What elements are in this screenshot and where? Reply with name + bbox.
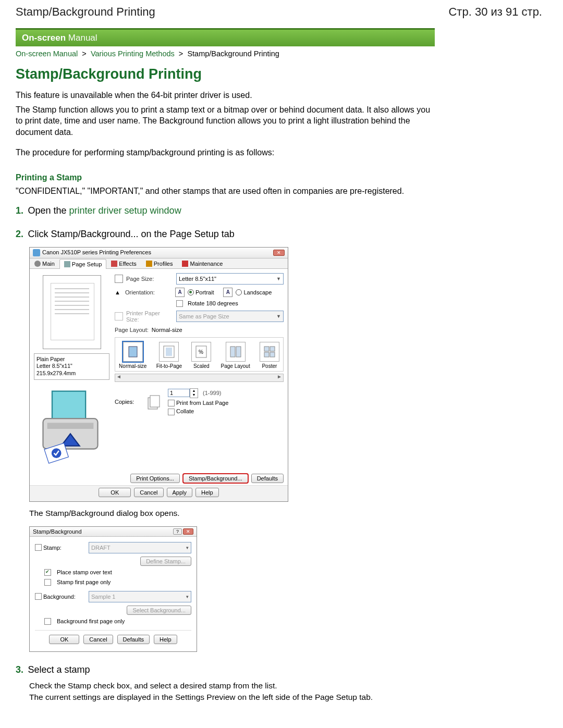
breadcrumb: On-screen Manual > Various Printing Meth… bbox=[16, 50, 433, 58]
paper-info: Plain Paper Letter 8.5"x11" 215.9x279.4m… bbox=[34, 353, 109, 380]
window-icon bbox=[33, 249, 40, 256]
doc-header-right: Стр. 30 из 91 стр. bbox=[448, 5, 542, 19]
stamp-first-page-checkbox[interactable] bbox=[44, 579, 51, 586]
background-checkbox[interactable] bbox=[35, 593, 42, 600]
step-1-text-pre: Open the bbox=[28, 205, 69, 216]
intro-2: The Stamp function allows you to print a… bbox=[16, 104, 433, 138]
page-layout-value: Normal-size bbox=[152, 327, 182, 333]
ok-button[interactable]: OK bbox=[49, 635, 79, 644]
svg-rect-13 bbox=[270, 347, 275, 351]
step-2-after: The Stamp/Background dialog box opens. bbox=[29, 508, 433, 519]
tab-page-icon bbox=[64, 261, 70, 267]
svg-rect-7 bbox=[166, 348, 172, 356]
step-3-text: Select a stamp bbox=[28, 664, 90, 675]
tab-effects[interactable]: Effects bbox=[106, 258, 141, 268]
select-background-button[interactable]: Select Background... bbox=[127, 606, 191, 615]
stamp-select[interactable]: DRAFT▾ bbox=[89, 542, 191, 553]
manual-banner: On-screen Manual bbox=[16, 28, 435, 46]
print-last-checkbox[interactable] bbox=[168, 400, 175, 406]
tab-main[interactable]: Main bbox=[30, 258, 59, 268]
layout-scaled[interactable]: %Scaled bbox=[191, 342, 211, 369]
svg-rect-14 bbox=[264, 352, 269, 357]
copies-input[interactable] bbox=[168, 389, 190, 397]
svg-text:%: % bbox=[199, 349, 203, 355]
page-layout-label: Page Layout: bbox=[115, 327, 149, 333]
svg-rect-12 bbox=[264, 347, 269, 351]
step-3-sub1: Check the Stamp check box, and select a … bbox=[29, 681, 433, 692]
page-size-icon bbox=[115, 275, 123, 283]
close-icon[interactable]: ✕ bbox=[183, 528, 193, 535]
dialog1-tabs: Main Page Setup Effects Profiles Mainten… bbox=[30, 258, 288, 269]
help-icon[interactable]: ? bbox=[173, 528, 182, 535]
chevron-down-icon: ▾ bbox=[186, 594, 189, 599]
svg-rect-15 bbox=[270, 352, 275, 357]
rotate-180-checkbox[interactable] bbox=[176, 300, 183, 307]
cancel-button[interactable]: Cancel bbox=[83, 635, 113, 644]
tab-page-setup[interactable]: Page Setup bbox=[59, 259, 107, 269]
radio-landscape[interactable]: Landscape bbox=[236, 289, 272, 295]
svg-rect-2 bbox=[47, 423, 94, 429]
background-first-page-checkbox[interactable] bbox=[44, 618, 51, 625]
tab-profiles-icon bbox=[146, 261, 152, 267]
printer-illustration bbox=[34, 383, 107, 466]
close-icon[interactable]: ✕ bbox=[273, 250, 285, 256]
step-3-sub2: The current settings are displayed in th… bbox=[29, 692, 433, 703]
background-select[interactable]: Sample 1▾ bbox=[89, 591, 191, 602]
defaults-button[interactable]: Defaults bbox=[117, 635, 150, 644]
printer-paper-select: Same as Page Size▼ bbox=[176, 311, 284, 322]
step-3-number: 3. bbox=[16, 664, 23, 675]
apply-button[interactable]: Apply bbox=[167, 488, 193, 497]
define-stamp-button[interactable]: Define Stamp... bbox=[140, 557, 191, 566]
step-1-number: 1. bbox=[16, 205, 23, 216]
landscape-icon: A bbox=[223, 288, 232, 297]
intro-1: This feature is unavailable when the 64-… bbox=[16, 90, 433, 101]
copies-label: Copies: bbox=[115, 399, 141, 405]
step-2-number: 2. bbox=[16, 229, 23, 239]
svg-rect-17 bbox=[150, 396, 160, 407]
stamp-checkbox[interactable] bbox=[35, 544, 42, 551]
step-2-text: Click Stamp/Background... on the Page Se… bbox=[28, 229, 234, 239]
rotate-180-label: Rotate 180 degrees bbox=[188, 300, 238, 306]
page-size-label: Page Size: bbox=[126, 276, 173, 282]
stamp-background-button[interactable]: Stamp/Background... bbox=[183, 474, 248, 483]
orientation-icon: ▲ bbox=[115, 289, 122, 295]
radio-portrait[interactable]: Portrait bbox=[188, 289, 214, 295]
help-button[interactable]: Help bbox=[154, 635, 177, 644]
printing-preferences-dialog: Canon JX510P series Printing Preferences… bbox=[29, 247, 288, 502]
dialog2-title: Stamp/Background bbox=[33, 528, 82, 535]
ok-button[interactable]: OK bbox=[99, 488, 131, 497]
intro-3: The procedure for performing stamp/backg… bbox=[16, 147, 433, 158]
orientation-label: Orientation: bbox=[125, 289, 172, 295]
printer-paper-label: Printer Paper Size: bbox=[126, 310, 173, 323]
collate-checkbox[interactable] bbox=[168, 409, 175, 415]
layout-poster[interactable]: Poster bbox=[260, 342, 279, 369]
tab-main-icon bbox=[34, 261, 41, 267]
copies-icon bbox=[145, 392, 164, 411]
print-options-button[interactable]: Print Options... bbox=[130, 474, 180, 483]
tab-effects-icon bbox=[111, 261, 117, 267]
breadcrumb-link-2[interactable]: Various Printing Methods bbox=[91, 50, 175, 58]
layout-normal[interactable]: Normal-size bbox=[119, 342, 146, 369]
cancel-button[interactable]: Cancel bbox=[134, 488, 163, 497]
svg-rect-0 bbox=[52, 391, 85, 418]
chevron-down-icon: ▼ bbox=[276, 314, 281, 319]
place-over-text-checkbox[interactable] bbox=[44, 569, 51, 576]
copies-spinner[interactable]: ▲▼ bbox=[168, 388, 198, 398]
layout-scrollbar[interactable] bbox=[115, 374, 284, 382]
page-title: Stamp/Background Printing bbox=[16, 66, 433, 82]
tab-profiles[interactable]: Profiles bbox=[141, 258, 178, 268]
settings-preview bbox=[43, 275, 101, 349]
section-1-text: "CONFIDENTIAL," "IMPORTANT," and other s… bbox=[16, 186, 433, 197]
printer-driver-link[interactable]: printer driver setup window bbox=[69, 205, 181, 216]
breadcrumb-link-1[interactable]: On-screen Manual bbox=[16, 50, 78, 58]
layout-page[interactable]: Page Layout bbox=[221, 342, 250, 369]
portrait-icon: A bbox=[175, 288, 185, 297]
svg-rect-10 bbox=[230, 347, 235, 357]
tab-maintenance[interactable]: Maintenance bbox=[177, 258, 227, 268]
layout-fit[interactable]: Fit-to-Page bbox=[156, 342, 182, 369]
page-size-select[interactable]: Letter 8.5"x11"▼ bbox=[176, 273, 284, 285]
chevron-down-icon: ▼ bbox=[276, 276, 281, 281]
doc-header-left: Stamp/Background Printing bbox=[16, 5, 155, 19]
defaults-button[interactable]: Defaults bbox=[251, 474, 284, 483]
help-button[interactable]: Help bbox=[195, 488, 219, 497]
